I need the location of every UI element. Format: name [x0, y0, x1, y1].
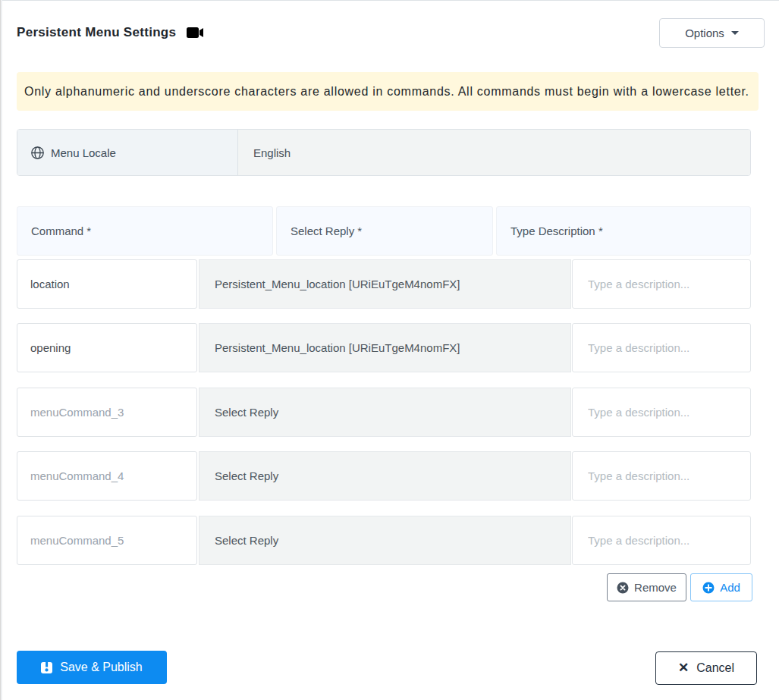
command-input-4[interactable] [17, 451, 197, 501]
reply-select-2[interactable]: Persistent_Menu_location [URiEuTgeM4nomF… [199, 323, 571, 372]
page-title: Persistent Menu Settings [17, 25, 176, 40]
save-publish-label: Save & Publish [60, 661, 143, 674]
add-button-label: Add [720, 581, 740, 594]
command-row-5: Select Reply [0, 516, 779, 565]
command-row-3: Select Reply [0, 388, 779, 437]
command-row-1: Persistent_Menu_location [URiEuTgeM4nomF… [0, 259, 779, 309]
alert-banner: Only alphanumeric and underscore charact… [17, 72, 759, 111]
reply-select-4[interactable]: Select Reply [199, 451, 571, 501]
options-button-label: Options [685, 27, 724, 39]
save-publish-button[interactable]: Save & Publish [17, 651, 167, 684]
remove-row-button[interactable]: Remove [607, 573, 686, 601]
globe-icon [31, 146, 44, 159]
close-x-icon: ✕ [678, 660, 689, 676]
menu-locale-value: English [237, 130, 750, 175]
save-icon [41, 662, 52, 673]
column-header-command: Command * [17, 206, 273, 256]
description-input-3[interactable] [572, 388, 751, 437]
menu-locale-label: Menu Locale [17, 130, 237, 175]
reply-select-5[interactable]: Select Reply [199, 516, 571, 565]
description-input-2[interactable] [572, 323, 751, 372]
video-camera-icon [187, 27, 204, 39]
description-input-4[interactable] [572, 451, 751, 501]
cancel-button-label: Cancel [696, 661, 734, 675]
column-header-select-reply: Select Reply * [276, 206, 493, 256]
command-input-1[interactable] [17, 259, 197, 309]
options-button[interactable]: Options [659, 18, 765, 48]
remove-circle-icon [617, 582, 629, 594]
column-header-type-description: Type Description * [496, 206, 751, 256]
remove-button-label: Remove [634, 581, 677, 594]
command-input-2[interactable] [17, 323, 197, 372]
command-row-2: Persistent_Menu_location [URiEuTgeM4nomF… [0, 323, 779, 372]
menu-locale-group: Menu Locale English [17, 129, 751, 176]
add-row-button[interactable]: Add [690, 573, 752, 601]
reply-select-3[interactable]: Select Reply [199, 388, 571, 437]
menu-locale-label-text: Menu Locale [51, 146, 116, 159]
command-row-4: Select Reply [0, 451, 779, 501]
reply-select-1[interactable]: Persistent_Menu_location [URiEuTgeM4nomF… [199, 259, 571, 309]
add-circle-icon [702, 582, 715, 594]
command-input-5[interactable] [17, 516, 197, 565]
chevron-down-icon [731, 31, 739, 35]
panel-top-border [0, 0, 779, 1]
description-input-5[interactable] [572, 516, 751, 565]
cancel-button[interactable]: ✕ Cancel [655, 651, 757, 685]
description-input-1[interactable] [572, 259, 751, 309]
command-input-3[interactable] [17, 388, 197, 437]
